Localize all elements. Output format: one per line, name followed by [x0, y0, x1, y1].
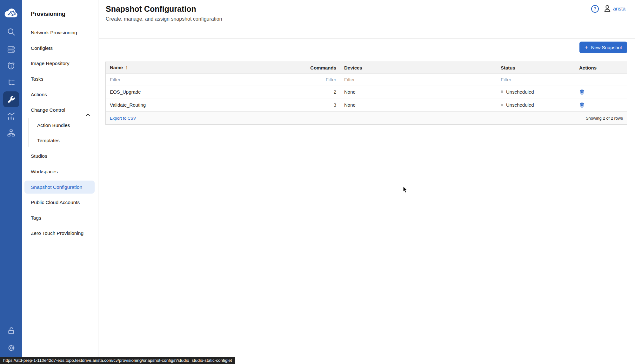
username[interactable]: arista: [613, 6, 625, 12]
sort-asc-icon[interactable]: ↑: [125, 65, 128, 70]
row-count-summary: Showing 2 of 2 rows: [586, 116, 623, 121]
sidebar-item-studios[interactable]: Studios: [22, 150, 98, 162]
trash-icon: [579, 89, 585, 95]
events-alarm-icon[interactable]: [0, 61, 22, 71]
cell-commands: 2: [302, 89, 340, 95]
sidebar-item-action-bundles[interactable]: Action Bundles: [22, 119, 98, 132]
filter-devices-input[interactable]: [344, 77, 481, 82]
filter-commands-input[interactable]: [305, 77, 336, 82]
settings-gear-icon[interactable]: [0, 343, 22, 353]
app-rail: [0, 0, 22, 364]
table-row[interactable]: EOS_Upgrade 2 None Unscheduled: [106, 85, 627, 98]
status-dot-icon: [501, 104, 503, 106]
devices-icon[interactable]: [0, 44, 22, 55]
cell-commands: 3: [302, 102, 340, 108]
plus-icon: +: [585, 44, 588, 50]
page-subtitle: Create, manage, and assign snapshot conf…: [106, 16, 222, 22]
sidebar-item-tags[interactable]: Tags: [22, 212, 98, 224]
cell-devices: None: [340, 102, 497, 108]
cloud-logo-icon[interactable]: [0, 8, 22, 20]
link-preview-url: https://atd-prep-1-110e42d7-eos.topo.tes…: [0, 357, 235, 364]
search-icon[interactable]: [0, 27, 22, 37]
delete-snapshot-button[interactable]: [579, 102, 585, 108]
new-snapshot-label: New Snapshot: [591, 45, 622, 50]
sidebar-item-zero-touch-provisioning[interactable]: Zero Touch Provisioning: [22, 227, 98, 240]
status-label: Unscheduled: [506, 102, 534, 108]
column-label: Name: [110, 65, 123, 70]
user-avatar-icon[interactable]: [603, 4, 612, 14]
cell-name: Validate_Routing: [106, 102, 302, 108]
column-header-actions: Actions: [575, 65, 627, 70]
snapshot-table: Name↑ Commands Devices Status Actions EO…: [105, 62, 627, 125]
sidebar-heading: Provisioning: [31, 11, 65, 17]
table-filter-row: [106, 73, 627, 85]
page-title: Snapshot Configuration: [106, 4, 196, 14]
cell-name: EOS_Upgrade: [106, 89, 302, 95]
column-header-commands[interactable]: Commands: [302, 65, 340, 70]
delete-snapshot-button[interactable]: [579, 89, 585, 95]
export-to-csv-link[interactable]: Export to CSV: [110, 116, 136, 121]
status-label: Unscheduled: [506, 89, 534, 95]
wrench-icon[interactable]: [7, 95, 16, 104]
topology-icon[interactable]: [0, 128, 22, 138]
sidebar-item-public-cloud-accounts[interactable]: Public Cloud Accounts: [22, 196, 98, 209]
rail-active-indicator: [3, 91, 19, 107]
sidebar-item-templates[interactable]: Templates: [22, 134, 98, 147]
table-row[interactable]: Validate_Routing 3 None Unscheduled: [106, 98, 627, 111]
sidebar-item-label: Change Control: [31, 107, 65, 113]
sidebar-item-configlets[interactable]: Configlets: [22, 42, 98, 55]
sidebar-item-change-control[interactable]: Change Control: [22, 104, 98, 116]
filter-status-input[interactable]: [501, 77, 568, 82]
provisioning-tree-icon[interactable]: [0, 77, 22, 88]
status-dot-icon: [501, 90, 503, 93]
sidebar-item-actions[interactable]: Actions: [22, 88, 98, 101]
sidebar-item-tasks[interactable]: Tasks: [22, 73, 98, 85]
sidebar-item-snapshot-configuration[interactable]: Snapshot Configuration: [24, 181, 95, 194]
new-snapshot-button[interactable]: + New Snapshot: [579, 42, 627, 53]
column-header-status[interactable]: Status: [497, 65, 575, 70]
table-header-row: Name↑ Commands Devices Status Actions: [106, 62, 627, 73]
provisioning-sidebar: Provisioning Network Provisioning Config…: [22, 0, 98, 364]
trash-icon: [579, 102, 585, 108]
header-divider: [99, 38, 635, 39]
cell-status: Unscheduled: [497, 102, 575, 108]
filter-name-input[interactable]: [110, 77, 283, 82]
sidebar-item-image-repository[interactable]: Image Repository: [22, 57, 98, 70]
sidebar-item-network-provisioning[interactable]: Network Provisioning: [22, 26, 98, 39]
table-footer: Export to CSV Showing 2 of 2 rows: [106, 111, 627, 124]
cell-devices: None: [340, 89, 497, 95]
cell-status: Unscheduled: [497, 89, 575, 95]
column-header-name[interactable]: Name↑: [106, 65, 302, 70]
help-icon[interactable]: ?: [591, 5, 599, 13]
sidebar-item-workspaces[interactable]: Workspaces: [22, 165, 98, 178]
metrics-chart-icon[interactable]: [0, 111, 22, 121]
lock-open-icon[interactable]: [0, 326, 22, 336]
column-header-devices[interactable]: Devices: [340, 65, 497, 70]
mouse-cursor: [401, 186, 409, 195]
